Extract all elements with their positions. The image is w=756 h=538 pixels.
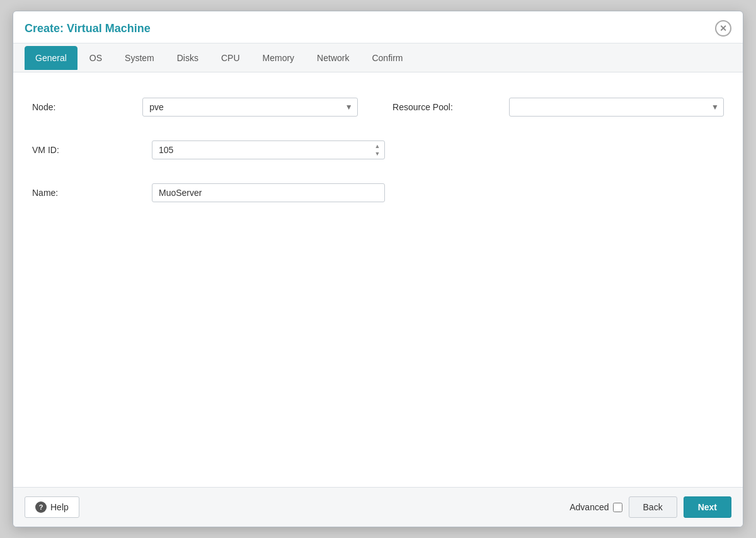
dialog-header: Create: Virtual Machine ✕ bbox=[13, 11, 743, 43]
help-button[interactable]: ? Help bbox=[25, 496, 79, 518]
vm-id-spinner-arrows: ▲ ▼ bbox=[371, 140, 384, 159]
tab-general[interactable]: General bbox=[25, 46, 77, 70]
tab-network[interactable]: Network bbox=[306, 46, 360, 70]
node-select[interactable]: pve bbox=[142, 98, 357, 117]
advanced-checkbox[interactable] bbox=[613, 503, 622, 512]
tab-confirm[interactable]: Confirm bbox=[361, 46, 413, 70]
tab-disks[interactable]: Disks bbox=[166, 46, 209, 70]
vm-id-input[interactable] bbox=[152, 140, 385, 159]
name-label: Name: bbox=[32, 181, 152, 204]
footer-right: Advanced Back Next bbox=[570, 496, 731, 518]
help-label: Help bbox=[50, 502, 69, 512]
advanced-label: Advanced bbox=[570, 502, 622, 512]
create-vm-dialog: Create: Virtual Machine ✕ General OS Sys… bbox=[13, 11, 743, 527]
tab-bar: General OS System Disks CPU Memory Netwo… bbox=[13, 43, 743, 72]
node-select-wrapper: pve ▼ bbox=[142, 98, 357, 117]
help-icon: ? bbox=[35, 501, 47, 513]
close-icon: ✕ bbox=[719, 23, 727, 33]
dialog-footer: ? Help Advanced Back Next bbox=[13, 487, 743, 527]
vm-id-label: VM ID: bbox=[32, 139, 152, 161]
dialog-title: Create: Virtual Machine bbox=[25, 22, 151, 35]
resource-pool-label: Resource Pool: bbox=[392, 96, 509, 118]
vm-id-spinner-up[interactable]: ▲ bbox=[371, 142, 384, 150]
name-input[interactable] bbox=[152, 183, 385, 202]
tab-system[interactable]: System bbox=[114, 46, 165, 70]
node-label: Node: bbox=[32, 96, 142, 118]
close-button[interactable]: ✕ bbox=[715, 20, 731, 37]
resource-pool-select[interactable] bbox=[509, 98, 724, 117]
back-button[interactable]: Back bbox=[629, 496, 677, 518]
vm-id-spinner-wrapper: ▲ ▼ bbox=[152, 140, 385, 159]
tab-memory[interactable]: Memory bbox=[252, 46, 306, 70]
tab-cpu[interactable]: CPU bbox=[210, 46, 251, 70]
dialog-body: Node: pve ▼ Resource Pool: ▼ bbox=[13, 72, 743, 487]
resource-pool-select-wrapper: ▼ bbox=[509, 98, 724, 117]
vm-id-spinner-down[interactable]: ▼ bbox=[371, 150, 384, 157]
tab-os[interactable]: OS bbox=[79, 46, 113, 70]
next-button[interactable]: Next bbox=[684, 496, 731, 518]
